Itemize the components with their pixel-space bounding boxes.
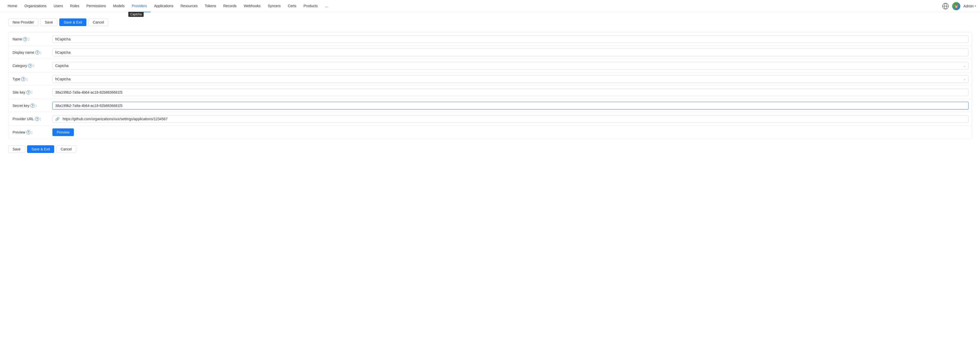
bottom-save-exit-button[interactable]: Save & Exit xyxy=(27,145,54,153)
nav-item-resources[interactable]: Resources xyxy=(177,0,201,12)
label-text-site_key: Site key xyxy=(13,90,25,94)
select-wrapper-type: hCaptchareCAPTCHA⌄ xyxy=(52,75,969,83)
form-field-type: hCaptchareCAPTCHA⌄ xyxy=(49,73,972,85)
form-field-preview: Preview xyxy=(49,126,972,138)
form-label-type: Type? : xyxy=(8,73,49,85)
label-text-provider_url: Provider URL xyxy=(13,117,34,121)
nav-item-more[interactable]: ... xyxy=(321,0,331,12)
form-field-provider_url: 🔗https://github.com/organizations/xxx/se… xyxy=(49,113,972,125)
label-text-type: Type xyxy=(13,77,20,81)
colon-preview: : xyxy=(32,130,32,134)
help-icon-site_key[interactable]: ? xyxy=(26,90,30,94)
nav-item-products[interactable]: Products xyxy=(300,0,321,12)
nav-item-certs[interactable]: Certs xyxy=(284,0,300,12)
nav-right: 🦉 Admin ▾ xyxy=(942,2,976,10)
form-row-site_key: Site key? : xyxy=(8,86,972,99)
form-label-category: Category? : xyxy=(8,60,49,71)
preview-button[interactable]: Preview xyxy=(52,128,74,136)
tooltip: Captcha xyxy=(128,12,144,17)
form-label-display_name: Display name? : xyxy=(8,47,49,58)
nav-item-roles[interactable]: Roles xyxy=(67,0,83,12)
url-text-provider_url: https://github.com/organizations/xxx/set… xyxy=(63,117,168,121)
label-text-name: Name xyxy=(13,37,22,41)
nav-items: HomeOrganizationsUsersRolesPermissionsMo… xyxy=(4,0,942,12)
colon-provider_url: : xyxy=(40,117,41,121)
select-type[interactable]: hCaptchareCAPTCHA xyxy=(52,75,969,83)
form-label-secret_key: Secret key? : xyxy=(8,100,49,111)
form-row-type: Type? :hCaptchareCAPTCHA⌄ xyxy=(8,72,972,86)
chevron-down-icon: ▾ xyxy=(975,5,976,7)
form-field-display_name xyxy=(49,46,972,58)
nav-item-providers[interactable]: ProvidersCaptcha xyxy=(128,0,151,12)
label-text-secret_key: Secret key xyxy=(13,104,29,108)
admin-label[interactable]: Admin ▾ xyxy=(963,4,976,8)
colon-type: : xyxy=(26,77,27,81)
form-field-site_key xyxy=(49,86,972,98)
bottom-toolbar: Save Save & Exit Cancel xyxy=(8,145,972,153)
bottom-save-button[interactable]: Save xyxy=(8,145,25,153)
form-label-site_key: Site key? : xyxy=(8,87,49,98)
help-icon-type[interactable]: ? xyxy=(21,77,25,81)
bottom-cancel-button[interactable]: Cancel xyxy=(56,145,76,153)
form-field-name xyxy=(49,33,972,45)
help-icon-name[interactable]: ? xyxy=(23,37,27,41)
select-category[interactable]: CaptchaOAuthSAML xyxy=(52,62,969,70)
input-site_key[interactable] xyxy=(52,88,969,96)
colon-category: : xyxy=(33,64,34,68)
form-row-display_name: Display name? : xyxy=(8,46,972,59)
new-provider-button[interactable]: New Provider xyxy=(8,18,38,26)
help-icon-display_name[interactable]: ? xyxy=(35,50,39,54)
link-icon: 🔗 xyxy=(55,117,60,121)
nav-item-webhooks[interactable]: Webhooks xyxy=(240,0,264,12)
form-row-category: Category? :CaptchaOAuthSAML⌄ xyxy=(8,59,972,72)
admin-text: Admin xyxy=(963,4,974,8)
input-display_name[interactable] xyxy=(52,49,969,56)
form-label-name: Name? : xyxy=(8,34,49,45)
save-exit-button[interactable]: Save & Exit xyxy=(59,18,86,26)
nav-item-organizations[interactable]: Organizations xyxy=(21,0,50,12)
url-wrapper-provider_url: 🔗https://github.com/organizations/xxx/se… xyxy=(52,115,969,123)
input-secret_key[interactable] xyxy=(52,102,969,110)
nav-item-syncers[interactable]: Syncers xyxy=(264,0,284,12)
cancel-button[interactable]: Cancel xyxy=(88,18,108,26)
main-content: New Provider Save Save & Exit Cancel Nam… xyxy=(0,12,980,159)
nav-item-users[interactable]: Users xyxy=(50,0,67,12)
nav-item-permissions[interactable]: Permissions xyxy=(83,0,110,12)
save-button[interactable]: Save xyxy=(40,18,57,26)
form-label-provider_url: Provider URL? : xyxy=(8,113,49,125)
input-name[interactable] xyxy=(52,35,969,43)
help-icon-provider_url[interactable]: ? xyxy=(35,117,39,121)
label-text-display_name: Display name xyxy=(13,50,34,54)
toolbar: New Provider Save Save & Exit Cancel xyxy=(8,18,972,26)
nav-item-tokens[interactable]: Tokens xyxy=(201,0,220,12)
avatar[interactable]: 🦉 xyxy=(952,2,960,10)
form-row-name: Name? : xyxy=(8,32,972,46)
help-icon-secret_key[interactable]: ? xyxy=(30,104,35,108)
nav-item-home[interactable]: Home xyxy=(4,0,21,12)
colon-display_name: : xyxy=(40,50,41,54)
form-row-secret_key: Secret key? : xyxy=(8,99,972,112)
nav-item-applications[interactable]: Applications xyxy=(151,0,177,12)
form-label-preview: Preview? : xyxy=(8,127,49,138)
nav-bar: HomeOrganizationsUsersRolesPermissionsMo… xyxy=(0,0,980,12)
form-field-secret_key xyxy=(49,100,972,112)
globe-icon[interactable] xyxy=(942,3,949,10)
nav-item-models[interactable]: Models xyxy=(110,0,128,12)
help-icon-category[interactable]: ? xyxy=(28,64,32,68)
form-field-category: CaptchaOAuthSAML⌄ xyxy=(49,60,972,72)
help-icon-preview[interactable]: ? xyxy=(26,130,30,134)
colon-secret_key: : xyxy=(35,104,37,108)
form-section: Name? :Display name? :Category? :Captcha… xyxy=(8,32,972,139)
label-text-category: Category xyxy=(13,64,27,68)
form-row-preview: Preview? :Preview xyxy=(8,126,972,139)
colon-name: : xyxy=(28,37,29,41)
select-wrapper-category: CaptchaOAuthSAML⌄ xyxy=(52,62,969,70)
colon-site_key: : xyxy=(32,90,32,94)
form-row-provider_url: Provider URL? :🔗https://github.com/organ… xyxy=(8,112,972,126)
nav-item-records[interactable]: Records xyxy=(220,0,240,12)
label-text-preview: Preview xyxy=(13,130,25,134)
